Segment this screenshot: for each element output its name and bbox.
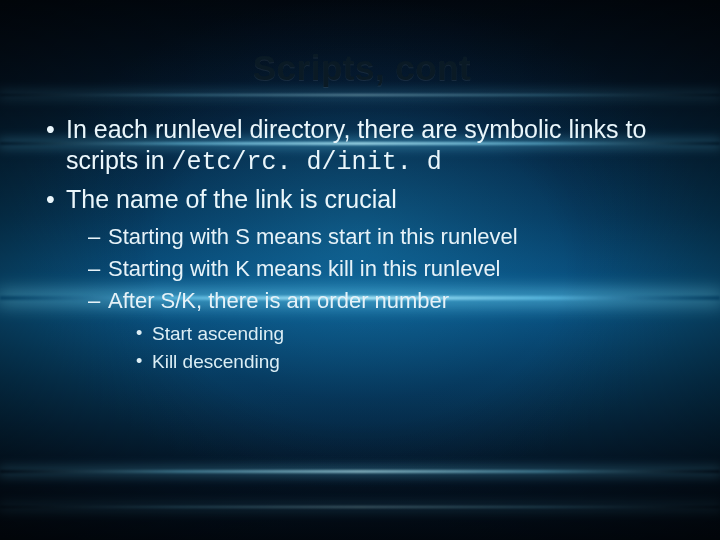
sub-bullet-text: Starting with S means start in this runl… bbox=[108, 224, 518, 249]
bullet-item: In each runlevel directory, there are sy… bbox=[42, 114, 682, 178]
bullet-list: In each runlevel directory, there are sy… bbox=[42, 114, 682, 374]
slide-title: Scripts, cont bbox=[42, 48, 682, 88]
sub-bullet-item: After S/K, there is an order number Star… bbox=[86, 287, 682, 374]
code-path: /etc/rc. d/init. d bbox=[172, 148, 442, 177]
subsub-bullet-text: Start ascending bbox=[152, 323, 284, 344]
bullet-item: The name of the link is crucial Starting… bbox=[42, 184, 682, 374]
sub-bullet-text: Starting with K means kill in this runle… bbox=[108, 256, 501, 281]
sub-bullet-item: Starting with K means kill in this runle… bbox=[86, 255, 682, 283]
subsub-bullet-item: Start ascending bbox=[134, 321, 682, 347]
bullet-text: The name of the link is crucial bbox=[66, 185, 397, 213]
sub-bullet-text: After S/K, there is an order number bbox=[108, 288, 449, 313]
slide: Scripts, cont In each runlevel directory… bbox=[0, 0, 720, 540]
subsub-bullet-text: Kill descending bbox=[152, 351, 280, 372]
sub-bullet-list: Starting with S means start in this runl… bbox=[86, 223, 682, 375]
sub-bullet-item: Starting with S means start in this runl… bbox=[86, 223, 682, 251]
subsub-bullet-list: Start ascending Kill descending bbox=[134, 321, 682, 374]
subsub-bullet-item: Kill descending bbox=[134, 349, 682, 375]
